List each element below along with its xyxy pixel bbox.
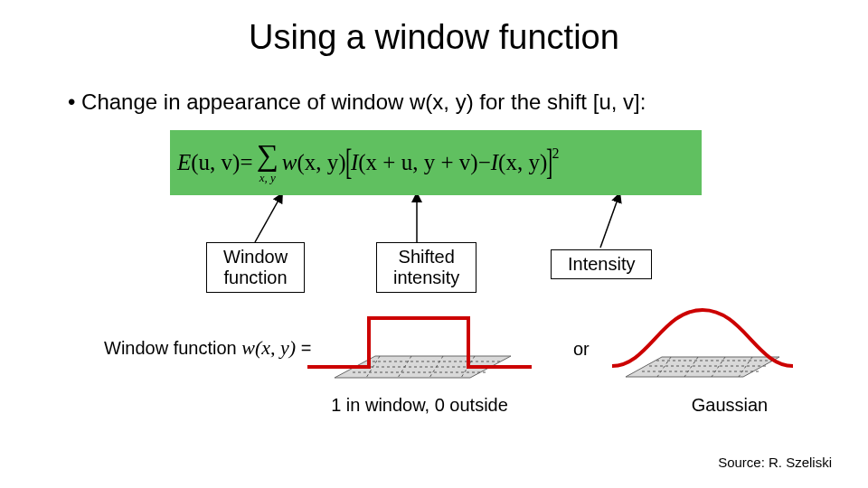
svg-line-2 bbox=[600, 197, 618, 248]
callout-intensity: Intensity bbox=[551, 249, 652, 279]
svg-marker-11 bbox=[626, 357, 779, 377]
bullet-marker: • bbox=[68, 89, 75, 114]
eq-equals: = bbox=[240, 150, 252, 175]
callout-shifted-intensity: Shifted intensity bbox=[376, 242, 476, 293]
equation: E(u, v) = ∑ x, y w(x, y) [ I(x + u, y + … bbox=[170, 142, 702, 183]
or-label: or bbox=[573, 339, 590, 360]
sigma-icon: ∑ bbox=[257, 142, 278, 170]
callout-window-function: Window function bbox=[206, 242, 305, 293]
window-function-label: Window function w(x, y) = bbox=[104, 336, 311, 360]
wf-wxy: w(x, y) bbox=[241, 336, 296, 359]
arrow-shifted bbox=[408, 195, 426, 244]
caption-box-window: 1 in window, 0 outside bbox=[311, 395, 528, 416]
caption-gaussian: Gaussian bbox=[675, 395, 784, 416]
arrow-window bbox=[250, 195, 286, 244]
svg-line-0 bbox=[255, 197, 280, 242]
eq-I2: I bbox=[491, 150, 498, 175]
sigma-block: ∑ x, y bbox=[257, 142, 278, 183]
eq-w: w bbox=[282, 150, 297, 175]
bullet-text: Change in appearance of window w(x, y) f… bbox=[81, 89, 646, 114]
callout-intensity-text: Intensity bbox=[568, 254, 635, 275]
left-bracket-icon: [ bbox=[345, 154, 352, 172]
callout-shifted-l2: intensity bbox=[393, 267, 459, 288]
eq-I1-args: (x + u, y + v) bbox=[358, 150, 477, 175]
arrow-intensity bbox=[595, 195, 622, 249]
slide-title: Using a window function bbox=[0, 18, 868, 57]
callout-window-l1: Window bbox=[223, 247, 288, 267]
eq-minus: − bbox=[478, 150, 491, 175]
callout-window-l2: function bbox=[223, 267, 288, 288]
wf-text: Window function bbox=[104, 338, 241, 358]
eq-squared: 2 bbox=[552, 145, 560, 162]
eq-E: E bbox=[177, 150, 191, 175]
eq-E-args: (u, v) bbox=[191, 150, 240, 175]
eq-w-args: (x, y) bbox=[297, 150, 345, 175]
callout-shifted-l1: Shifted bbox=[393, 247, 459, 267]
slide: Using a window function • Change in appe… bbox=[0, 0, 868, 488]
eq-I2-args: (x, y) bbox=[498, 150, 547, 175]
sigma-sub: x, y bbox=[259, 172, 276, 183]
bullet-line: • Change in appearance of window w(x, y)… bbox=[68, 89, 646, 115]
source-credit: Source: R. Szeliski bbox=[718, 455, 832, 470]
gaussian-diagram bbox=[608, 303, 807, 388]
box-window-diagram bbox=[307, 307, 542, 389]
equation-bar: E(u, v) = ∑ x, y w(x, y) [ I(x + u, y + … bbox=[170, 130, 702, 195]
